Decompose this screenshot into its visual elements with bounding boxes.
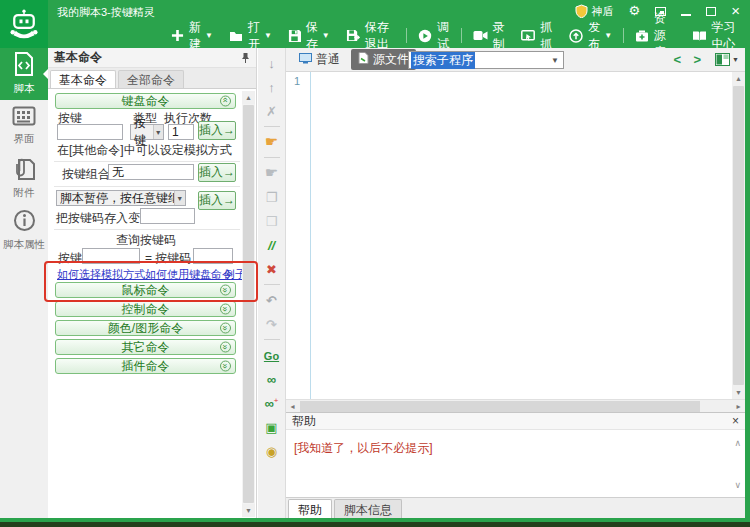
publish-button[interactable]: 发布 ▼ bbox=[561, 24, 620, 48]
scroll-up-icon[interactable]: ▲ bbox=[242, 91, 255, 104]
record-button[interactable]: 录制 bbox=[465, 24, 514, 48]
delete-icon: ✗ bbox=[266, 104, 277, 119]
code-editor[interactable]: 1 ▲ ▼ bbox=[286, 72, 745, 399]
link-how-to-use-keyboard-commands[interactable]: 如何使用键盘命令 bbox=[145, 267, 233, 282]
cut-button[interactable]: ☛ bbox=[261, 161, 283, 185]
debug-button[interactable]: 调试 bbox=[410, 24, 458, 48]
type-select[interactable]: 按键▼ bbox=[130, 124, 164, 140]
insert-keycode-button[interactable]: 插入→ bbox=[198, 191, 236, 210]
find-next-icon: ∞+ bbox=[265, 396, 279, 411]
panel-scrollbar[interactable]: ▲ ▼ bbox=[242, 91, 255, 517]
dismiss-help-link[interactable]: [我知道了，以后不必提示] bbox=[294, 441, 729, 456]
panel-tab-basic-commands[interactable]: 基本命令 bbox=[50, 70, 116, 88]
frame-button[interactable]: ▣ bbox=[261, 415, 283, 439]
line-number: 1 bbox=[294, 75, 300, 87]
insert-key-button[interactable]: 插入→ bbox=[198, 121, 236, 140]
save-exit-button[interactable]: 保存退出 bbox=[338, 24, 404, 48]
scroll-down-icon[interactable]: ▼ bbox=[732, 386, 745, 399]
save-button[interactable]: 保存 ▼ bbox=[280, 24, 338, 48]
redo-button[interactable]: ↷ bbox=[261, 312, 283, 336]
group-color-graphic-commands[interactable]: 颜色/图形命令 » bbox=[55, 320, 236, 336]
close-icon[interactable]: × bbox=[732, 414, 739, 428]
scrollbar-thumb[interactable] bbox=[243, 105, 254, 503]
uncomment-button[interactable]: ✖ bbox=[261, 257, 283, 281]
sidebar-item-interface[interactable]: 界面 bbox=[0, 100, 48, 152]
nav-next-button[interactable]: > bbox=[693, 52, 701, 67]
group-other-commands[interactable]: 其它命令 » bbox=[55, 339, 236, 355]
comment-button[interactable]: // bbox=[261, 233, 283, 257]
key-combo-input[interactable]: 无 bbox=[108, 164, 194, 180]
editor-vscrollbar[interactable]: ▲ ▼ bbox=[732, 72, 745, 399]
maximize-button[interactable] bbox=[706, 7, 716, 16]
scrollbar-thumb[interactable] bbox=[300, 401, 700, 412]
editor-hscrollbar[interactable]: ◂ ▸ bbox=[286, 399, 745, 412]
undo-button[interactable]: ↶ bbox=[261, 288, 283, 312]
scroll-down-icon[interactable]: ▼ bbox=[242, 504, 255, 517]
new-button[interactable]: 新建 ▼ bbox=[163, 24, 221, 48]
subroutine-combo[interactable]: 搜索子程序 ▼ bbox=[408, 51, 564, 69]
query-eq-label: = 按键码 bbox=[145, 250, 191, 267]
find-next-button[interactable]: ∞+ bbox=[261, 391, 283, 415]
open-button[interactable]: 打开 ▼ bbox=[221, 24, 280, 48]
minimize-button[interactable] bbox=[681, 14, 691, 16]
expand-icon: » bbox=[220, 285, 231, 296]
comment-icon: // bbox=[268, 238, 275, 253]
pin-icon[interactable] bbox=[241, 52, 250, 64]
syntax-check-button[interactable]: ◉ bbox=[261, 439, 283, 463]
pick-button[interactable]: ☛ bbox=[261, 130, 283, 154]
group-control-commands[interactable]: 控制命令 » bbox=[55, 301, 236, 317]
group-mouse-commands[interactable]: 鼠标命令 » bbox=[55, 282, 236, 298]
find-button[interactable]: ∞ bbox=[261, 367, 283, 391]
store-variable-input[interactable] bbox=[140, 208, 195, 224]
pause-select[interactable]: 脚本暂停，按任意键继续▼ bbox=[56, 190, 186, 206]
delete-line-button[interactable]: ✗ bbox=[261, 99, 283, 123]
tab-normal-view[interactable]: 普通 bbox=[292, 49, 347, 70]
copy-button[interactable]: ❐ bbox=[261, 185, 283, 209]
key-input[interactable] bbox=[57, 124, 123, 140]
scroll-up-icon[interactable]: ▲ bbox=[732, 72, 745, 85]
desktop-background bbox=[0, 522, 750, 527]
tab-source-file[interactable]: 源文件 bbox=[351, 49, 416, 70]
query-key-input[interactable] bbox=[82, 248, 140, 264]
record-icon bbox=[473, 30, 488, 41]
goto-line-button[interactable]: Go bbox=[261, 343, 283, 367]
paste-icon: ❒ bbox=[266, 214, 278, 229]
move-down-button[interactable]: ↓ bbox=[261, 51, 283, 75]
settings-gear-icon[interactable]: ⚙ bbox=[629, 3, 641, 19]
bottom-tab-help[interactable]: 帮助 bbox=[288, 499, 332, 518]
expand-icon: » bbox=[220, 323, 231, 334]
nav-prev-button[interactable]: < bbox=[673, 52, 681, 67]
move-up-button[interactable]: ↑ bbox=[261, 75, 283, 99]
uncomment-icon: ✖ bbox=[266, 262, 277, 277]
document-tabbar: 普通 源文件 搜索子程序 ▼ < > ▼ bbox=[286, 48, 745, 72]
query-key-label: 按键 bbox=[58, 250, 82, 267]
help-header: 帮助 × bbox=[286, 412, 745, 430]
shield-button[interactable]: 神盾 bbox=[575, 4, 614, 19]
count-input[interactable]: 1 bbox=[168, 124, 194, 140]
sidebar-item-script-properties[interactable]: 脚本属性 bbox=[0, 204, 48, 256]
sidebar-item-attachment[interactable]: 附件 bbox=[0, 152, 48, 204]
group-plugin-commands[interactable]: 插件命令 » bbox=[55, 358, 236, 374]
insert-combo-button[interactable]: 插入→ bbox=[198, 163, 236, 182]
paste-button[interactable]: ❒ bbox=[261, 209, 283, 233]
capture-button[interactable]: 抓抓 bbox=[513, 24, 561, 48]
find-icon: ∞ bbox=[267, 372, 276, 387]
close-button[interactable]: × bbox=[731, 3, 740, 19]
eye-icon: ◉ bbox=[266, 444, 277, 459]
query-code-input[interactable] bbox=[193, 248, 233, 264]
learning-center-button[interactable]: 学习中心 bbox=[684, 24, 750, 48]
sidebar-item-script[interactable]: 脚本 bbox=[0, 48, 48, 100]
collapse-icon: » bbox=[220, 96, 231, 107]
debug-icon bbox=[418, 29, 432, 43]
bottom-tab-script-info[interactable]: 脚本信息 bbox=[334, 499, 402, 518]
scroll-up-icon[interactable]: ∧ bbox=[734, 436, 741, 451]
group-keyboard-commands[interactable]: 键盘命令 » bbox=[55, 93, 236, 109]
window-border bbox=[745, 48, 750, 522]
panel-tab-all-commands[interactable]: 全部命令 bbox=[118, 70, 184, 88]
layout-grid-button[interactable]: ▼ bbox=[715, 53, 739, 66]
help-title: 帮助 bbox=[292, 413, 316, 430]
scroll-down-icon[interactable]: ∨ bbox=[734, 478, 741, 493]
scrollbar-thumb[interactable] bbox=[733, 86, 744, 385]
resource-library-button[interactable]: 资源库 bbox=[627, 24, 684, 48]
link-how-to-choose-simulation[interactable]: 如何选择模拟方式 bbox=[57, 267, 145, 282]
